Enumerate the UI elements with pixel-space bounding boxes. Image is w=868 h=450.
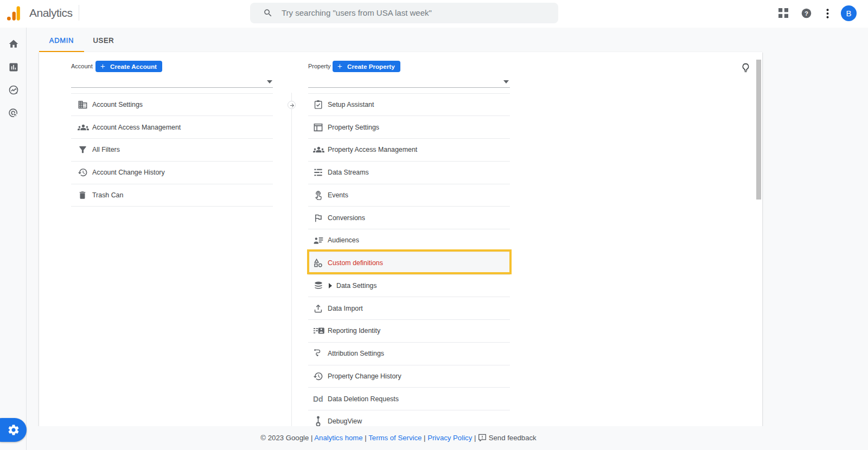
svg-text:Dd: Dd <box>313 395 323 403</box>
svg-text:?: ? <box>805 10 808 17</box>
